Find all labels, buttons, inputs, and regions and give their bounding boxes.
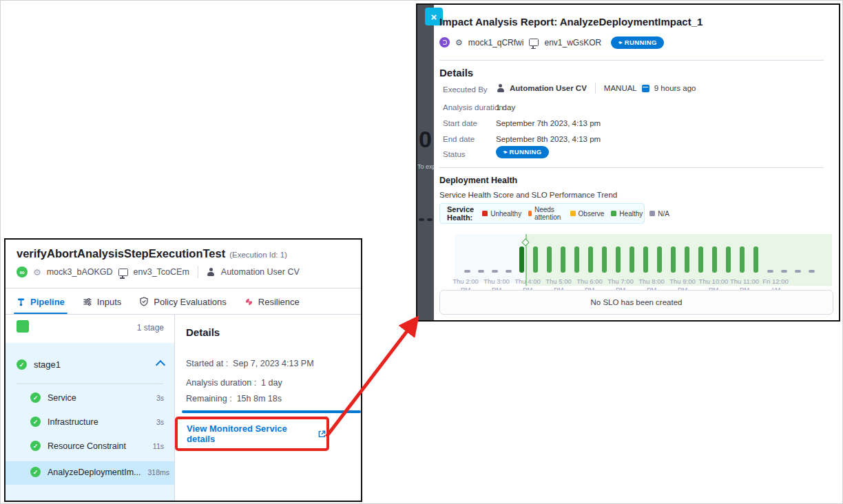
header-divider — [6, 288, 361, 288]
background-partial-number: 0 — [419, 126, 432, 153]
step-row-resource-constraint[interactable]: ✓ Resource Constraint 11s — [30, 441, 164, 451]
legend-label: Unhealthy — [490, 210, 521, 218]
legend-label: Needs attention — [534, 206, 563, 221]
legend-label: N/A — [658, 210, 669, 218]
step-row-service[interactable]: ✓ Service 3s — [30, 392, 164, 403]
legend-item: Unhealthy — [482, 210, 521, 218]
health-score-bar — [671, 246, 676, 273]
health-score-bar — [712, 246, 717, 273]
legend-title: Service Health: — [447, 205, 474, 222]
tab-policy-evaluations[interactable]: Policy Evaluations — [139, 291, 227, 312]
tab-inputs-label: Inputs — [97, 297, 121, 307]
step-name: AnalyzeDeploymentIm... — [48, 468, 140, 477]
tab-resilience-label: Resilience — [258, 297, 300, 307]
no-data-dash — [795, 270, 801, 273]
step-success-icon: ✓ — [30, 417, 41, 427]
status-badge: ∙∙▸ RUNNING — [496, 146, 549, 158]
user-icon — [207, 268, 216, 277]
no-data-dash — [478, 270, 484, 273]
health-score-bar — [726, 246, 731, 273]
no-data-dash — [767, 270, 773, 273]
user-icon — [496, 84, 505, 93]
legend-item: Observe — [570, 210, 605, 218]
end-date-value: September 8th 2023, 4:13 pm — [496, 135, 601, 143]
started-at-row: Started at : Sep 7, 2023 4:13 PM — [186, 359, 314, 368]
no-data-dash — [809, 270, 815, 273]
legend-label: Healthy — [619, 210, 643, 218]
view-monitored-service-link[interactable]: View Monitored Service details — [187, 423, 313, 444]
legend-swatch — [528, 211, 532, 216]
no-data-dash — [506, 270, 512, 273]
verification-icon — [439, 37, 450, 48]
legend-item: N/A — [649, 210, 669, 218]
end-date-label: End date — [443, 135, 475, 143]
tab-policy-evaluations-label: Policy Evaluations — [154, 297, 227, 307]
step-details-heading: Details — [186, 326, 220, 338]
step-row-infrastructure[interactable]: ✓ Infrastructure 3s — [30, 417, 164, 427]
legend-swatch — [482, 211, 488, 216]
tab-pipeline-label: Pipeline — [30, 297, 65, 307]
service-link-icon: ∞ — [17, 266, 28, 277]
remaining-value: 15h 8m 18s — [237, 394, 282, 403]
health-score-bar — [561, 246, 565, 273]
health-score-bar — [547, 246, 552, 273]
stage-success-icon: ✓ — [17, 359, 27, 370]
policy-shield-icon — [139, 297, 149, 306]
step-duration: 11s — [153, 442, 164, 450]
step-success-icon: ✓ — [30, 467, 41, 477]
start-date-label: Start date — [443, 119, 477, 127]
execution-title: verifyAbortAnalysisStepExecutionTest(Exe… — [17, 247, 287, 260]
started-at-value: Sep 7, 2023 4:13 PM — [233, 359, 313, 368]
health-score-bar — [643, 246, 648, 273]
tab-inputs[interactable]: Inputs — [83, 291, 121, 312]
analysis-progress-bar — [182, 410, 361, 413]
health-score-bar — [629, 246, 634, 273]
step-duration: 3s — [156, 418, 164, 426]
health-score-bar — [519, 246, 524, 273]
health-score-bar — [602, 246, 607, 273]
legend-item: Healthy — [611, 210, 643, 218]
screenshot-canvas: verifyAbortAnalysisStepExecutionTest(Exe… — [0, 0, 843, 504]
legend-label: Observe — [579, 210, 605, 218]
executed-by-user: Automation User CV — [221, 267, 300, 277]
title-divider — [439, 60, 824, 61]
no-slo-message: No SLO has been created — [591, 298, 683, 306]
environment-name: env3_TcoCEm — [134, 267, 189, 277]
execution-id: (Execution Id: 1) — [229, 251, 287, 259]
no-data-dash — [464, 270, 470, 273]
dimmed-background-strip: 0 To exp — [417, 5, 434, 320]
health-score-bar — [657, 246, 662, 273]
step-name: Infrastructure — [48, 417, 149, 427]
tab-bar: Pipeline Inputs Policy Evaluations — [17, 291, 300, 312]
resilience-icon — [244, 297, 253, 306]
analysis-duration-value: 1 day — [496, 103, 515, 112]
no-data-dash — [781, 270, 787, 273]
stage-row[interactable]: ✓ stage1 — [17, 359, 164, 370]
step-name: Service — [48, 393, 149, 403]
service-name: mock1_qCRfwi — [468, 38, 524, 48]
chevron-up-icon[interactable] — [156, 359, 165, 369]
running-spinner-icon: ∙∙▸ — [503, 149, 506, 155]
status-badge-label: RUNNING — [625, 39, 657, 46]
report-title: Impact Analysis Report: AnalyzeDeploymen… — [439, 16, 702, 28]
analysis-duration-label: Analysis duration : — [186, 378, 256, 388]
tab-pipeline[interactable]: Pipeline — [17, 291, 65, 312]
tab-resilience[interactable]: Resilience — [244, 291, 300, 312]
stage-count: 1 stage — [6, 323, 164, 333]
external-link-icon[interactable] — [318, 430, 326, 439]
report-meta-row: ⚙ mock1_qCRfwi env1_wGsKOR ∙∙▸ RUNNING — [439, 36, 664, 49]
deployment-health-subtitle: Service Health Score and SLO Performance… — [439, 191, 617, 199]
deployment-health-heading: Deployment Health — [439, 176, 517, 185]
trigger-mode: MANUAL — [604, 84, 637, 92]
stage-divider — [17, 384, 163, 384]
executed-by-user: Automation User CV — [510, 84, 587, 92]
legend-item: Needs attention — [528, 206, 563, 221]
step-name: Resource Constraint — [48, 441, 146, 451]
no-slo-message-box: No SLO has been created — [439, 290, 833, 315]
step-row-analyze-deployment-impact[interactable]: ✓ AnalyzeDeploymentIm... 318ms — [30, 467, 164, 477]
column-divider — [174, 314, 175, 501]
analysis-duration-value: 1 day — [261, 378, 282, 388]
background-partial-text: To exp — [417, 163, 434, 170]
service-name: mock3_bAOKGD — [47, 267, 113, 277]
remaining-label: Remaining : — [186, 394, 232, 403]
